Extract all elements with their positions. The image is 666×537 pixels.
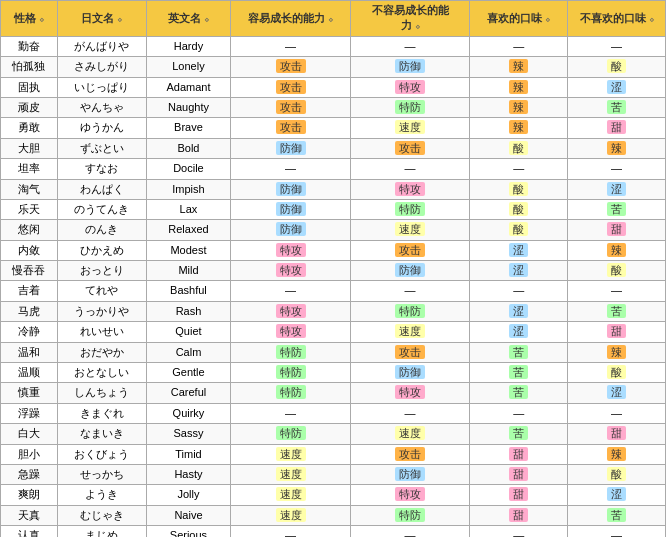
table-cell: 特防 xyxy=(350,199,470,219)
table-cell: — xyxy=(568,159,666,179)
table-row: 悠闲のんきRelaxed防御速度酸甜 xyxy=(1,220,666,240)
table-cell: 认真 xyxy=(1,526,58,537)
table-cell: — xyxy=(350,281,470,301)
table-cell: ずぶとい xyxy=(57,138,146,158)
cell-tag: 防御 xyxy=(276,182,306,196)
table-cell: Modest xyxy=(146,240,231,260)
table-cell: — xyxy=(231,159,351,179)
table-body: 勤奋がんばりやHardy————怕孤独さみしがりLonely攻击防御辣酸固执いじ… xyxy=(1,36,666,537)
table-cell: 酸 xyxy=(470,199,568,219)
cell-tag: 甜 xyxy=(509,508,528,522)
table-cell: ひかえめ xyxy=(57,240,146,260)
table-cell: 酸 xyxy=(568,261,666,281)
cell-tag: 特防 xyxy=(276,365,306,379)
cell-tag: 速度 xyxy=(276,508,306,522)
cell-tag: 特攻 xyxy=(276,324,306,338)
cell-tag: 防御 xyxy=(395,365,425,379)
table-row: 浮躁きまぐれQuirky———— xyxy=(1,403,666,423)
cell-tag: 涩 xyxy=(607,487,626,501)
table-cell: 甜 xyxy=(568,118,666,138)
table-cell: おっとり xyxy=(57,261,146,281)
table-cell: 浮躁 xyxy=(1,403,58,423)
table-cell: のうてんき xyxy=(57,199,146,219)
header-nature[interactable]: 性格 ⬦ xyxy=(1,1,58,37)
cell-tag: 酸 xyxy=(509,202,528,216)
table-cell: — xyxy=(350,403,470,423)
cell-tag: 特攻 xyxy=(395,487,425,501)
cell-tag: 苦 xyxy=(509,365,528,379)
table-cell: 勇敢 xyxy=(1,118,58,138)
table-cell: おとなしい xyxy=(57,363,146,383)
table-cell: 特攻 xyxy=(350,77,470,97)
table-cell: 慢吞吞 xyxy=(1,261,58,281)
header-dislike[interactable]: 不喜欢的口味 ⬦ xyxy=(568,1,666,37)
table-cell: 苦 xyxy=(568,199,666,219)
cell-tag: 甜 xyxy=(509,487,528,501)
table-cell: 速度 xyxy=(231,505,351,525)
table-cell: Careful xyxy=(146,383,231,403)
table-cell: うっかりや xyxy=(57,301,146,321)
table-cell: 辣 xyxy=(568,342,666,362)
table-cell: 速度 xyxy=(350,220,470,240)
table-row: 乐天のうてんきLax防御特防酸苦 xyxy=(1,199,666,219)
table-cell: きまぐれ xyxy=(57,403,146,423)
table-cell: 急躁 xyxy=(1,464,58,484)
table-cell: Impish xyxy=(146,179,231,199)
cell-tag: 特防 xyxy=(395,304,425,318)
table-cell: てれや xyxy=(57,281,146,301)
table-cell: — xyxy=(350,36,470,56)
cell-tag: 防御 xyxy=(276,222,306,236)
table-cell: 特防 xyxy=(231,342,351,362)
cell-tag: 速度 xyxy=(395,222,425,236)
cell-tag: 辣 xyxy=(607,345,626,359)
cell-tag: 涩 xyxy=(509,243,528,257)
cell-tag: 辣 xyxy=(509,80,528,94)
table-cell: れいせい xyxy=(57,322,146,342)
table-cell: わんぱく xyxy=(57,179,146,199)
table-cell: Bashful xyxy=(146,281,231,301)
header-jp[interactable]: 日文名 ⬦ xyxy=(57,1,146,37)
table-cell: 甜 xyxy=(568,322,666,342)
table-cell: 特攻 xyxy=(350,179,470,199)
table-cell: 防御 xyxy=(231,179,351,199)
header-down[interactable]: 不容易成长的能力 ⬦ xyxy=(350,1,470,37)
table-cell: — xyxy=(470,281,568,301)
table-cell: 苦 xyxy=(470,363,568,383)
cell-tag: 辣 xyxy=(509,120,528,134)
table-cell: 甜 xyxy=(470,505,568,525)
cell-tag: 酸 xyxy=(509,222,528,236)
cell-tag: 防御 xyxy=(276,141,306,155)
table-cell: いじっぱり xyxy=(57,77,146,97)
table-cell: 大胆 xyxy=(1,138,58,158)
header-up[interactable]: 容易成长的能力 ⬦ xyxy=(231,1,351,37)
table-cell: ようき xyxy=(57,485,146,505)
header-en[interactable]: 英文名 ⬦ xyxy=(146,1,231,37)
table-row: 急躁せっかちHasty速度防御甜酸 xyxy=(1,464,666,484)
header-row: 性格 ⬦ 日文名 ⬦ 英文名 ⬦ 容易成长的能力 ⬦ 不容易成长的能力 ⬦ 喜欢… xyxy=(1,1,666,37)
table-cell: 速度 xyxy=(350,322,470,342)
cell-tag: 速度 xyxy=(276,467,306,481)
table-cell: Adamant xyxy=(146,77,231,97)
table-cell: 防御 xyxy=(350,261,470,281)
cell-tag: 特防 xyxy=(395,100,425,114)
table-cell: — xyxy=(231,403,351,423)
header-like[interactable]: 喜欢的口味 ⬦ xyxy=(470,1,568,37)
table-cell: — xyxy=(470,36,568,56)
table-cell: 酸 xyxy=(470,179,568,199)
nature-table: 性格 ⬦ 日文名 ⬦ 英文名 ⬦ 容易成长的能力 ⬦ 不容易成长的能力 ⬦ 喜欢… xyxy=(0,0,666,537)
table-row: 坦率すなおDocile———— xyxy=(1,159,666,179)
table-cell: 辣 xyxy=(470,77,568,97)
table-cell: 甜 xyxy=(568,424,666,444)
table-cell: 内敛 xyxy=(1,240,58,260)
table-cell: Relaxed xyxy=(146,220,231,240)
table-cell: 速度 xyxy=(231,444,351,464)
cell-tag: 特攻 xyxy=(395,182,425,196)
table-cell: 辣 xyxy=(568,138,666,158)
table-cell: 特攻 xyxy=(231,322,351,342)
table-cell: 勤奋 xyxy=(1,36,58,56)
table-cell: 攻击 xyxy=(231,77,351,97)
cell-tag: 速度 xyxy=(276,487,306,501)
table-cell: 苦 xyxy=(568,97,666,117)
cell-tag: 涩 xyxy=(607,385,626,399)
table-row: 顽皮やんちゃNaughty攻击特防辣苦 xyxy=(1,97,666,117)
